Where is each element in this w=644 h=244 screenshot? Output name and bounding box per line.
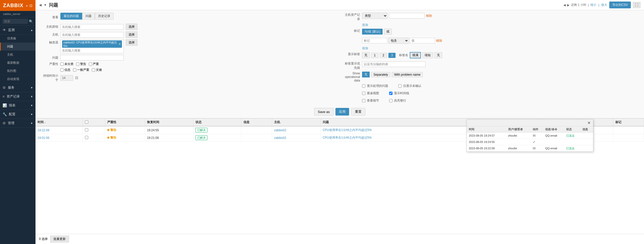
display-tag-none-button[interactable]: 无: [362, 52, 370, 58]
tag-remove-button[interactable]: 移除: [436, 39, 442, 43]
severity-info[interactable]: 信息: [60, 68, 70, 72]
config-icon: 🔧: [3, 112, 7, 116]
problem-link-2[interactable]: CPU使用率在1分钟之内平均超过5%: [323, 136, 372, 139]
apply-button[interactable]: 应用: [335, 108, 349, 116]
tab-problems[interactable]: 问题: [82, 13, 95, 20]
host-link-1[interactable]: zabbix02: [274, 128, 286, 132]
tag-name-input[interactable]: [362, 38, 387, 43]
sidebar-group-config[interactable]: 🔧 配置 ▼: [0, 110, 35, 119]
time-nav-prev[interactable]: ◀: [563, 3, 566, 7]
time-nav-next[interactable]: ▶: [567, 3, 569, 7]
show-handled-cb[interactable]: [362, 84, 365, 88]
severity-warning[interactable]: 警告: [76, 62, 86, 66]
severity-unclassified-cb[interactable]: [60, 62, 64, 66]
sidebar-item-autodiscovery[interactable]: 自动发现: [0, 75, 35, 83]
tag-logic-and-button[interactable]: 与/或 (默认): [362, 29, 383, 35]
sidebar-item-hosts[interactable]: 主机: [0, 51, 35, 59]
severity-info-cb[interactable]: [60, 68, 64, 72]
sidebar-group-admin[interactable]: ⚙ 管理 ▼: [0, 119, 35, 128]
severity-critical-cb[interactable]: [89, 62, 92, 66]
trigger-tag-remove[interactable]: ✕: [119, 43, 121, 45]
display-tag-2-button[interactable]: 2: [380, 53, 387, 58]
details-cb[interactable]: [362, 99, 365, 102]
compact-view-cb[interactable]: [362, 92, 365, 95]
severity-unclassified[interactable]: 未分类: [60, 62, 74, 66]
sidebar-group-reports[interactable]: 📊 报表 ▼: [0, 101, 35, 110]
row-cb-2[interactable]: [85, 136, 88, 139]
tag-none-btn[interactable]: 无: [435, 52, 442, 58]
op-data-withname-button[interactable]: With problem name: [392, 72, 423, 77]
host-select-button[interactable]: 选择: [126, 31, 137, 38]
tag-fill-button[interactable]: 填满: [410, 52, 421, 58]
host-group-input[interactable]: [60, 24, 124, 30]
tag-value-input[interactable]: [410, 38, 435, 43]
severity-disaster[interactable]: 灾难: [92, 68, 102, 72]
severity-general[interactable]: 一般严重: [73, 68, 89, 72]
sidebar-item-latest[interactable]: 最新数据: [0, 59, 35, 67]
tab-recent-problems[interactable]: 最近的问题: [60, 13, 82, 20]
severity-checkboxes: 未分类 警告 严重: [60, 62, 99, 66]
trigger-search-input[interactable]: [62, 49, 93, 52]
kiosk-button[interactable]: ⛶: [633, 2, 640, 8]
tag-label: 标记: [342, 29, 360, 33]
reset-button[interactable]: 重置: [351, 108, 365, 116]
tag-logic-or-button[interactable]: 或: [384, 29, 392, 35]
popup-td-info-3: [580, 145, 593, 152]
popup-status-badge-3: 已送达: [566, 147, 575, 150]
sidebar-item-topology[interactable]: 拓扑图: [0, 67, 35, 75]
zoom-out-label[interactable]: 放大: [601, 3, 607, 7]
asset-value-input[interactable]: [389, 13, 424, 19]
show-timeline-cb[interactable]: [389, 92, 392, 95]
tag-contains-select[interactable]: 包含: [388, 38, 409, 44]
display-tag-1-button[interactable]: 1: [371, 53, 378, 58]
sidebar-group-reports-label: 报表: [9, 103, 15, 108]
sidebar-search-input[interactable]: [3, 19, 28, 24]
sidebar-group-services[interactable]: ⚙ 服务 ▼: [0, 83, 35, 92]
op-data-none-button[interactable]: 无: [362, 72, 370, 77]
sidebar-item-dashboard[interactable]: 仪表板: [0, 35, 35, 43]
only-confirmed-cb[interactable]: [398, 84, 402, 88]
window-icon[interactable]: ⊡: [29, 4, 32, 8]
nav-back-icon[interactable]: ◀: [39, 3, 42, 7]
duration-input[interactable]: [60, 75, 73, 81]
problem-link-1[interactable]: CPU使用率在1分钟之内平均超过5%: [323, 128, 372, 132]
sidebar-group-assets[interactable]: ≡ 资产记录 ▼: [0, 92, 35, 101]
asset-remove-button[interactable]: 移除: [426, 14, 432, 18]
host-input[interactable]: [60, 32, 124, 38]
severity-critical[interactable]: 严重: [89, 62, 99, 66]
op-data-separately-button[interactable]: Separately: [371, 72, 390, 77]
time-link-2[interactable]: 19:01:06: [38, 136, 49, 140]
popup-header: ✕: [467, 120, 593, 126]
saveas-button[interactable]: Save as: [314, 108, 334, 116]
trigger-select-button[interactable]: 选择: [126, 39, 137, 46]
tab-history[interactable]: 历史记录: [95, 13, 114, 20]
host-group-label: 主机群组: [41, 25, 58, 29]
popup-close-button[interactable]: ✕: [587, 121, 591, 125]
host-link-2[interactable]: zabbix02: [274, 136, 286, 140]
display-tag-3-button[interactable]: 3: [388, 53, 396, 58]
severity-warning-cb[interactable]: [76, 62, 79, 66]
bulk-update-button[interactable]: 批量更新: [50, 236, 69, 242]
tag-short-button[interactable]: 缩短: [422, 52, 433, 58]
sidebar-group-monitor[interactable]: 👁 监测 ▲: [0, 26, 35, 35]
export-csv-button[interactable]: 导出到CSV: [609, 2, 631, 8]
host-group-select-button[interactable]: 选择: [126, 24, 137, 30]
zoom-in-label[interactable]: 缩小: [590, 3, 596, 7]
row-cb-1[interactable]: [85, 128, 88, 132]
tag-priority-input[interactable]: [362, 61, 425, 67]
select-all-cb[interactable]: [85, 120, 88, 124]
problem-input[interactable]: [60, 55, 124, 60]
asset-type-select[interactable]: 类型: [362, 13, 387, 19]
collapse-icon[interactable]: «: [26, 4, 28, 8]
selected-count: 0 选择: [39, 237, 48, 241]
only-confirmed-row: 仅显示未确认: [398, 84, 421, 88]
asset-add-button[interactable]: 添加: [362, 23, 368, 27]
severity-general-cb[interactable]: [73, 68, 76, 72]
sidebar-item-problems[interactable]: 问题: [0, 43, 35, 51]
time-link-1[interactable]: 19:22:08: [38, 128, 49, 132]
severity-disaster-cb[interactable]: [92, 68, 95, 72]
host-label: 主机: [41, 32, 58, 37]
tag-add-button[interactable]: 添加: [362, 46, 368, 51]
highlight-cb[interactable]: [389, 99, 392, 102]
th-time: 时间: [35, 119, 83, 126]
